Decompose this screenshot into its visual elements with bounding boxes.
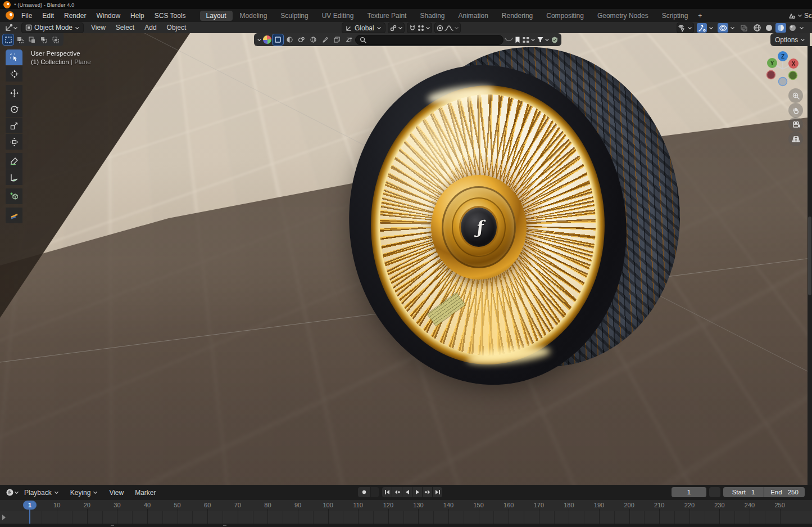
shading-wireframe-button[interactable]: [752, 23, 763, 33]
expand-channels-arrow[interactable]: [2, 515, 6, 520]
gizmo-dropdown[interactable]: [707, 23, 715, 33]
timeline-track[interactable]: [0, 511, 812, 524]
filter-brush-toggle[interactable]: [320, 34, 330, 45]
tool-add-cube[interactable]: [6, 188, 22, 204]
bookmark-icon[interactable]: [514, 36, 521, 44]
pan-hand-button[interactable]: [788, 103, 803, 118]
select-mode-intersect[interactable]: [50, 34, 61, 45]
chevron-down-icon[interactable]: [799, 25, 804, 30]
menu-render[interactable]: Render: [59, 11, 91, 20]
end-frame-field[interactable]: End 250: [764, 487, 805, 497]
current-frame-field[interactable]: 1: [672, 487, 706, 497]
pivot-point-dropdown[interactable]: [388, 22, 405, 33]
jump-to-start-button[interactable]: [382, 487, 392, 497]
shading-solid-button[interactable]: [764, 23, 774, 33]
filter-object-toggle[interactable]: [273, 34, 283, 45]
tab-animation[interactable]: Animation: [452, 11, 494, 21]
viewport-menu-select[interactable]: Select: [111, 24, 139, 31]
menu-file[interactable]: File: [16, 11, 37, 20]
tab-modeling[interactable]: Modeling: [234, 11, 274, 21]
shading-material-button[interactable]: [775, 23, 786, 33]
select-mode-new[interactable]: [3, 34, 13, 45]
zoom-button[interactable]: [788, 88, 803, 103]
tab-layout[interactable]: Layout: [200, 11, 233, 21]
menu-edit[interactable]: Edit: [37, 11, 59, 20]
orientation-dropdown[interactable]: Global: [342, 22, 385, 33]
tool-scs-addon[interactable]: [6, 208, 22, 223]
viewport-3d[interactable]: ƒ User Perspective (1) Collection | Plan…: [0, 33, 812, 485]
tool-transform[interactable]: [6, 134, 22, 150]
filter-world-toggle[interactable]: [308, 34, 319, 45]
timeline-menu-view[interactable]: View: [104, 488, 129, 498]
blender-menu-icon[interactable]: [6, 11, 14, 20]
filter-sphere-toggle[interactable]: [284, 34, 295, 45]
start-frame-field[interactable]: Start 1: [723, 487, 764, 497]
tab-shading[interactable]: Shading: [414, 11, 451, 21]
menu-window[interactable]: Window: [91, 11, 125, 20]
timeline-menu-playback[interactable]: Playback: [19, 488, 64, 498]
display-settings-dropdown[interactable]: [522, 36, 536, 44]
tool-select-box[interactable]: [6, 49, 22, 65]
tool-cursor[interactable]: [6, 66, 22, 82]
overlays-dropdown[interactable]: [729, 23, 736, 33]
timeline-menu-marker[interactable]: Marker: [130, 488, 161, 498]
collapse-chevron-icon[interactable]: [257, 37, 262, 42]
mode-dropdown[interactable]: Object Mode: [21, 22, 84, 33]
filter-dropdown[interactable]: [537, 36, 550, 43]
record-button[interactable]: [358, 487, 370, 497]
tool-rotate[interactable]: [6, 101, 22, 117]
snapping-group[interactable]: [407, 22, 432, 33]
navigation-gizmo[interactable]: Z Y X: [761, 48, 804, 91]
timeline-scrollbar[interactable]: [0, 524, 812, 527]
timeline-ruler[interactable]: 1 10203040506070809010011012013014015016…: [0, 500, 812, 511]
tab-geometry-nodes[interactable]: Geometry Nodes: [591, 11, 655, 21]
search-input[interactable]: [355, 35, 503, 45]
viewport-right-scrollbar[interactable]: [808, 46, 812, 485]
play-button[interactable]: [412, 487, 422, 497]
show-overlays-toggle[interactable]: [718, 23, 728, 33]
display-mode-icon[interactable]: [263, 35, 271, 44]
filter-duplicate-toggle[interactable]: [332, 34, 342, 45]
prev-keyframe-button[interactable]: [392, 487, 402, 497]
tool-scale[interactable]: [6, 118, 22, 133]
viewport-menu-add[interactable]: Add: [139, 24, 161, 31]
tab-sculpting[interactable]: Sculpting: [274, 11, 314, 21]
tool-move[interactable]: [6, 85, 22, 101]
object-visibility-dropdown[interactable]: [677, 22, 694, 33]
tab-compositing[interactable]: Compositing: [540, 11, 590, 21]
filter-meta-toggle[interactable]: [296, 34, 307, 45]
curve-falloff-icon[interactable]: [505, 36, 513, 44]
tab-scripting[interactable]: Scripting: [656, 11, 695, 21]
play-reverse-button[interactable]: [402, 487, 412, 497]
timeline-menu-keying[interactable]: Keying: [65, 488, 103, 498]
camera-view-button[interactable]: [788, 117, 803, 132]
filter-zdepth-toggle[interactable]: [343, 34, 354, 45]
tab-uv-editing[interactable]: UV Editing: [316, 11, 360, 21]
xray-toggle[interactable]: [739, 23, 749, 33]
timeline-editor-type-button[interactable]: [4, 488, 20, 497]
viewport-menu-view[interactable]: View: [86, 24, 111, 31]
menu-scs-tools[interactable]: SCS Tools: [149, 11, 191, 20]
current-frame-marker[interactable]: 1: [23, 501, 37, 510]
add-workspace-button[interactable]: +: [694, 11, 706, 21]
viewport-menu-object[interactable]: Object: [162, 24, 192, 31]
select-mode-extend[interactable]: [15, 34, 25, 45]
show-gizmo-toggle[interactable]: [697, 23, 707, 33]
editor-type-button[interactable]: [3, 23, 19, 33]
proportional-editing-group[interactable]: [434, 22, 461, 33]
jump-to-end-button[interactable]: [433, 487, 442, 497]
menu-help[interactable]: Help: [125, 11, 149, 20]
tool-annotate[interactable]: [6, 153, 22, 169]
shading-rendered-button[interactable]: [787, 23, 798, 33]
scene-selector[interactable]: Sc: [788, 12, 812, 20]
perspective-toggle-button[interactable]: [788, 132, 803, 146]
tab-texture-paint[interactable]: Texture Paint: [361, 11, 412, 21]
next-keyframe-button[interactable]: [423, 487, 432, 497]
shield-icon[interactable]: [551, 36, 559, 44]
tool-measure[interactable]: [6, 169, 22, 185]
auto-keyframe-button[interactable]: [709, 487, 720, 497]
options-dropdown[interactable]: Options: [770, 33, 810, 46]
scrollbar-thumb[interactable]: [808, 217, 811, 295]
select-mode-subtract[interactable]: [26, 34, 37, 45]
select-mode-invert[interactable]: [38, 34, 49, 45]
